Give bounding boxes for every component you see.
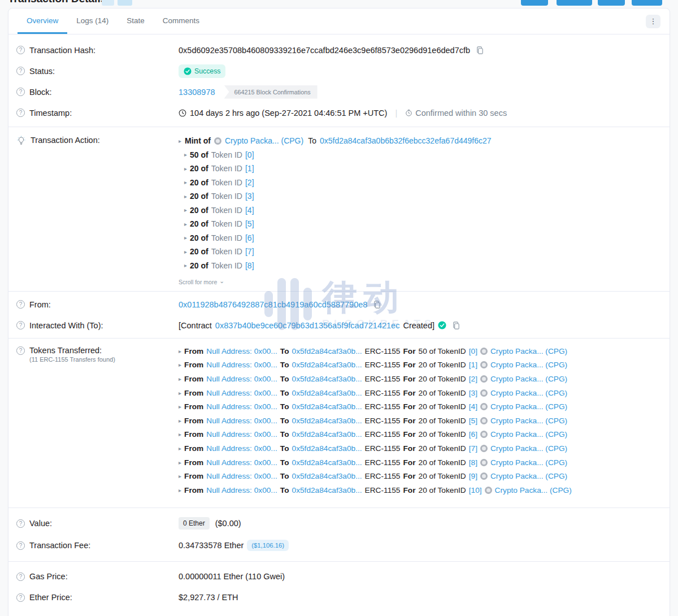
transfer-to-link[interactable]: 0x5fd2a84caf3a0b...: [292, 444, 362, 453]
header-action-button-3[interactable]: [598, 0, 625, 6]
transfer-token-id-link[interactable]: [9]: [469, 472, 477, 480]
transfer-token-link[interactable]: Crypto Packa... (CPG): [490, 347, 567, 355]
transfer-to-link[interactable]: 0x5fd2a84caf3a0b...: [292, 375, 362, 383]
from-address-link[interactable]: 0x011928b4876492887c81cb4919a60cd5887790…: [179, 300, 367, 309]
transfer-to-link[interactable]: 0x5fd2a84caf3a0b...: [292, 389, 362, 397]
transfer-from-link[interactable]: Null Address: 0x00...: [206, 375, 277, 383]
transfer-token-link[interactable]: Crypto Packa... (CPG): [490, 430, 567, 439]
transfer-token-id-link[interactable]: [5]: [469, 417, 477, 425]
to-address-link[interactable]: 0x5fd2a84caf3a0b6b32f6ebcc32efa67d449f6c…: [320, 136, 492, 145]
help-icon[interactable]: ?: [16, 593, 25, 602]
transfer-token-link[interactable]: Crypto Packa... (CPG): [490, 375, 567, 383]
transfer-token-id-link[interactable]: [3]: [469, 389, 477, 397]
transfer-token-id-link[interactable]: [6]: [469, 430, 477, 439]
transfer-from-link[interactable]: Null Address: 0x00...: [206, 472, 277, 480]
header-action-button-2[interactable]: [557, 0, 592, 6]
row-label: Tokens Transferred:: [29, 346, 102, 355]
from-label: From: [184, 347, 203, 355]
transfer-from-link[interactable]: Null Address: 0x00...: [206, 389, 277, 397]
title-badge-price[interactable]: [118, 0, 132, 6]
transfer-token-id-link[interactable]: [0]: [469, 347, 477, 355]
transfer-row: ▸FromNull Address: 0x00...To0x5fd2a84caf…: [179, 386, 656, 400]
caret-icon: ▸: [179, 362, 181, 368]
tab-state[interactable]: State: [118, 8, 154, 34]
block-number-link[interactable]: 13308978: [179, 88, 215, 97]
transfer-token-id-link[interactable]: [4]: [469, 402, 477, 411]
for-label: For: [403, 430, 415, 439]
transfer-from-link[interactable]: Null Address: 0x00...: [206, 444, 277, 453]
transfer-from-link[interactable]: Null Address: 0x00...: [206, 430, 277, 439]
help-icon[interactable]: ?: [16, 67, 25, 75]
transfer-from-link[interactable]: Null Address: 0x00...: [206, 361, 277, 369]
transfer-token-link[interactable]: Crypto Packa... (CPG): [490, 472, 567, 480]
tab-overview[interactable]: Overview: [18, 8, 67, 34]
help-icon[interactable]: ?: [16, 572, 25, 581]
help-icon[interactable]: ?: [16, 46, 25, 54]
help-icon[interactable]: ?: [16, 300, 25, 309]
token-id-link[interactable]: [0]: [245, 150, 254, 159]
transfer-token-id-link[interactable]: [2]: [469, 375, 477, 383]
transfer-from-link[interactable]: Null Address: 0x00...: [206, 486, 277, 494]
transfer-to-link[interactable]: 0x5fd2a84caf3a0b...: [292, 486, 362, 494]
tab-comments-label: Comments: [163, 16, 199, 25]
transfer-token-id-link[interactable]: [10]: [469, 486, 482, 494]
caret-icon: ▸: [179, 348, 181, 354]
token-id-link[interactable]: [7]: [245, 247, 254, 256]
header-action-button-4[interactable]: [632, 0, 662, 6]
transfer-token-link[interactable]: Crypto Packa... (CPG): [490, 361, 567, 369]
transfer-token-id-link[interactable]: [8]: [469, 458, 477, 467]
row-label: Gas Price:: [29, 572, 68, 581]
transfer-from-link[interactable]: Null Address: 0x00...: [206, 458, 277, 467]
transfer-token-id-link[interactable]: [1]: [469, 361, 477, 369]
transfer-to-link[interactable]: 0x5fd2a84caf3a0b...: [292, 347, 362, 355]
transfer-to-link[interactable]: 0x5fd2a84caf3a0b...: [292, 402, 362, 411]
transfer-to-link[interactable]: 0x5fd2a84caf3a0b...: [292, 361, 362, 369]
transfer-token-link[interactable]: Crypto Packa... (CPG): [490, 389, 567, 397]
header-action-button-1[interactable]: [521, 0, 548, 6]
caret-icon: ▸: [184, 207, 187, 213]
help-icon[interactable]: ?: [16, 346, 25, 355]
transfer-token-link[interactable]: Crypto Packa... (CPG): [490, 402, 567, 411]
transfer-token-link[interactable]: Crypto Packa... (CPG): [490, 444, 567, 453]
contract-address-link[interactable]: 0x837b40be9ce60c79b63d1356a5f9fcad721421…: [215, 321, 400, 330]
help-icon[interactable]: ?: [16, 88, 25, 96]
transfer-token-id-link[interactable]: [7]: [469, 444, 477, 453]
token-id-link[interactable]: [4]: [245, 206, 254, 215]
caret-icon: ▸: [179, 473, 181, 479]
token-id-link[interactable]: [5]: [245, 219, 254, 228]
copy-icon[interactable]: [476, 46, 484, 54]
transfer-to-link[interactable]: 0x5fd2a84caf3a0b...: [292, 472, 362, 480]
transaction-action-scroll-area[interactable]: ▸ Mint of Crypto Packa... (CPG) To 0x5fd…: [179, 134, 656, 276]
token-id-link[interactable]: [2]: [245, 178, 254, 187]
caret-icon: ▸: [179, 431, 181, 437]
help-icon[interactable]: ?: [16, 519, 25, 528]
tab-comments[interactable]: Comments: [154, 8, 208, 34]
transfer-token-link[interactable]: Crypto Packa... (CPG): [490, 417, 567, 425]
tab-logs[interactable]: Logs (14): [67, 8, 118, 34]
transfer-token-link[interactable]: Crypto Packa... (CPG): [495, 486, 572, 494]
transfer-to-link[interactable]: 0x5fd2a84caf3a0b...: [292, 458, 362, 467]
token-id-link[interactable]: [3]: [245, 192, 254, 201]
help-icon[interactable]: ?: [16, 109, 25, 117]
token-id-link[interactable]: [6]: [245, 233, 254, 242]
more-options-button[interactable]: ⋮: [646, 15, 660, 28]
token-name-link[interactable]: Crypto Packa... (CPG): [225, 136, 303, 145]
transfer-from-link[interactable]: Null Address: 0x00...: [206, 402, 277, 411]
help-icon[interactable]: ?: [16, 541, 25, 550]
scroll-for-more[interactable]: Scroll for more ⌄: [179, 279, 656, 285]
copy-icon[interactable]: [373, 300, 381, 309]
transfer-from-link[interactable]: Null Address: 0x00...: [206, 347, 277, 355]
help-icon[interactable]: ?: [16, 321, 25, 329]
token-logo-icon: [480, 459, 488, 466]
token-id-link[interactable]: [8]: [245, 261, 254, 270]
title-badge-eth[interactable]: [102, 0, 114, 6]
token-id-link[interactable]: [1]: [245, 164, 254, 173]
action-type: Mint of: [185, 136, 211, 145]
copy-icon[interactable]: [452, 321, 460, 329]
transfer-to-link[interactable]: 0x5fd2a84caf3a0b...: [292, 430, 362, 439]
token-id-link[interactable]: [9]: [245, 275, 254, 276]
transfer-token-link[interactable]: Crypto Packa... (CPG): [490, 458, 567, 467]
transfer-to-link[interactable]: 0x5fd2a84caf3a0b...: [292, 417, 362, 425]
row-label: Timestamp:: [29, 109, 72, 118]
transfer-from-link[interactable]: Null Address: 0x00...: [206, 417, 277, 425]
